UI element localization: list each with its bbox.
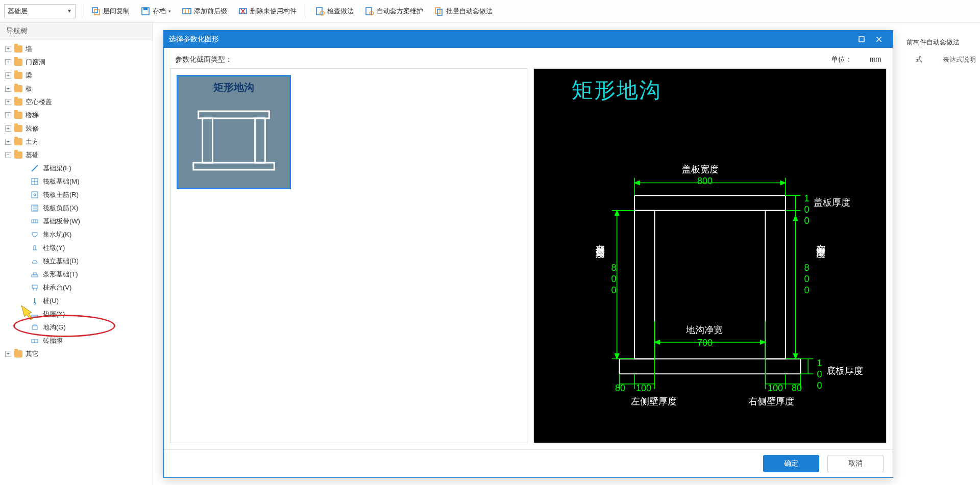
expand-icon[interactable]: +	[5, 351, 11, 357]
label-right-wall-thickness: 右侧壁厚度	[748, 395, 794, 407]
collapse-icon[interactable]: −	[5, 152, 11, 158]
archive-button[interactable]: 存档 ▾	[138, 5, 174, 18]
svg-rect-21	[32, 192, 38, 198]
value-right-wall-thickness: 100	[768, 383, 783, 394]
tree-label: 板	[26, 84, 32, 93]
svg-point-14	[371, 13, 372, 14]
value-trench-net-width: 700	[697, 338, 713, 348]
expand-icon[interactable]: +	[5, 86, 11, 92]
close-button[interactable]	[870, 32, 888, 46]
dialog-titlebar[interactable]: 选择参数化图形	[164, 31, 893, 48]
auto-scheme-maintain-button[interactable]: 自动套方案维护	[362, 5, 426, 18]
sidebar-title: 导航树	[0, 22, 153, 40]
tree-item-foundation-beam[interactable]: 基础梁(F)	[0, 162, 153, 175]
expand-icon[interactable]: +	[5, 59, 11, 65]
delete-unused-button[interactable]: 删除未使用构件	[235, 5, 300, 18]
layer-select[interactable]: 基础层 ▼	[4, 4, 76, 18]
isolated-icon	[31, 257, 39, 265]
tree-item-strip-foundation[interactable]: 条形基础(T)	[0, 268, 153, 281]
gear-icon	[365, 7, 374, 16]
tree-item-raft-main-rebar[interactable]: 筏板主筋(R)	[0, 188, 153, 201]
tree-item-raft-foundation[interactable]: 筏板基础(M)	[0, 175, 153, 188]
tree-group-wall[interactable]: + 墙	[0, 42, 153, 56]
svg-rect-12	[366, 8, 372, 15]
tb-label: 添加前后缀	[194, 7, 227, 16]
batch-auto-method-button[interactable]: 批量自动套做法	[431, 5, 496, 18]
tb-label: 存档	[153, 7, 166, 16]
thumb-title: 矩形地沟	[213, 81, 254, 94]
tree-item-raft-neg-rebar[interactable]: 筏板负筋(X)	[0, 201, 153, 215]
svg-rect-44	[634, 195, 786, 211]
svg-rect-34	[32, 315, 38, 317]
pier-icon	[31, 244, 39, 252]
maximize-button[interactable]	[853, 32, 870, 46]
tree-label: 其它	[26, 349, 39, 359]
shape-thumb-rect-trench[interactable]: 矩形地沟	[177, 75, 291, 189]
dialog-info-row: 参数化截面类型： 单位： mm	[164, 48, 893, 68]
tree-group-hollow-floor[interactable]: + 空心楼盖	[0, 95, 153, 109]
svg-rect-1	[94, 10, 100, 15]
folder-icon	[14, 138, 22, 145]
tree-group-slab[interactable]: + 板	[0, 82, 153, 95]
tree-item-trench[interactable]: 地沟(G)	[0, 321, 153, 334]
tree-item-pile-cap[interactable]: 桩承台(V)	[0, 281, 153, 294]
tree-label: 桩承台(V)	[43, 283, 71, 292]
toolbar-separator	[82, 4, 82, 18]
tree-label: 门窗洞	[26, 58, 45, 67]
tree-item-sump[interactable]: 集水坑(K)	[0, 228, 153, 241]
expand-icon[interactable]: +	[5, 46, 11, 52]
value-bottom-thickness: 100	[814, 358, 825, 392]
label-left-wall-height: 左侧壁高度	[594, 237, 605, 242]
expand-icon[interactable]: +	[5, 139, 11, 145]
tree-group-beam[interactable]: + 梁	[0, 69, 153, 82]
svg-point-22	[34, 194, 36, 196]
shape-preview-panel[interactable]: 矩形地沟	[533, 68, 887, 443]
check-method-button[interactable]: 检查做法	[312, 5, 357, 18]
value-right-outer: 80	[792, 383, 802, 394]
tb-label: 批量自动套做法	[446, 7, 493, 16]
tree-group-earthwork[interactable]: + 土方	[0, 135, 153, 148]
tree-item-pile[interactable]: 桩(U)	[0, 294, 153, 308]
toolbar-separator	[306, 4, 306, 18]
label-cover-width: 盖板宽度	[682, 163, 719, 175]
label-left-wall-thickness: 左侧壁厚度	[631, 395, 677, 407]
tree-item-foundation-strip-slab[interactable]: 基础板带(W)	[0, 215, 153, 228]
auto-apply-option[interactable]: 前构件自动套做法	[906, 38, 960, 47]
svg-marker-52	[780, 181, 786, 185]
expand-icon[interactable]: +	[5, 125, 11, 132]
tree-item-isolated-foundation[interactable]: 独立基础(D)	[0, 254, 153, 268]
tree-group-decoration[interactable]: + 装修	[0, 122, 153, 135]
tree-item-column-pier[interactable]: 柱墩(Y)	[0, 241, 153, 254]
svg-rect-41	[203, 118, 213, 163]
expand-icon[interactable]: +	[5, 72, 11, 79]
tree-label: 筏板负筋(X)	[43, 203, 78, 213]
tree-group-other[interactable]: + 其它	[0, 347, 153, 361]
tree-group-stairs[interactable]: + 楼梯	[0, 109, 153, 122]
tree-group-door-window[interactable]: + 门窗洞	[0, 56, 153, 69]
cancel-button[interactable]: 取消	[827, 455, 884, 472]
tree-group-foundation[interactable]: − 基础	[0, 148, 153, 162]
save-icon	[141, 7, 150, 16]
tree-label: 土方	[26, 137, 39, 146]
unit-value: mm	[870, 55, 881, 64]
shape-thumbnail-panel: 矩形地沟	[170, 68, 527, 443]
svg-marker-63	[794, 216, 798, 221]
expand-icon[interactable]: +	[5, 112, 11, 118]
add-prefix-suffix-button[interactable]: 添加前后缀	[179, 5, 230, 18]
strip-foundation-icon	[31, 270, 39, 278]
copy-between-floors-button[interactable]: 层间复制	[88, 5, 133, 18]
tree-label: 砖胎膜	[43, 336, 63, 345]
trench-icon	[31, 323, 39, 331]
folder-icon	[14, 85, 22, 92]
expand-icon[interactable]: +	[5, 99, 11, 105]
tree-label: 柱墩(Y)	[43, 243, 65, 252]
tree-item-brick-mold[interactable]: 砖胎膜	[0, 334, 153, 347]
copy-icon	[91, 7, 101, 16]
value-left-wall-thickness: 100	[636, 383, 651, 394]
main-toolbar: 基础层 ▼ 层间复制 存档 ▾ 添加前后缀 删除未使用构件 检查做法	[0, 0, 980, 22]
nav-tree[interactable]: + 墙 + 门窗洞 + 梁 + 板 + 空心楼盖	[0, 40, 153, 485]
tree-label: 楼梯	[26, 111, 39, 120]
tree-item-bedding[interactable]: 垫层(X)	[0, 308, 153, 321]
folder-icon	[14, 350, 22, 358]
ok-button[interactable]: 确定	[763, 455, 819, 472]
